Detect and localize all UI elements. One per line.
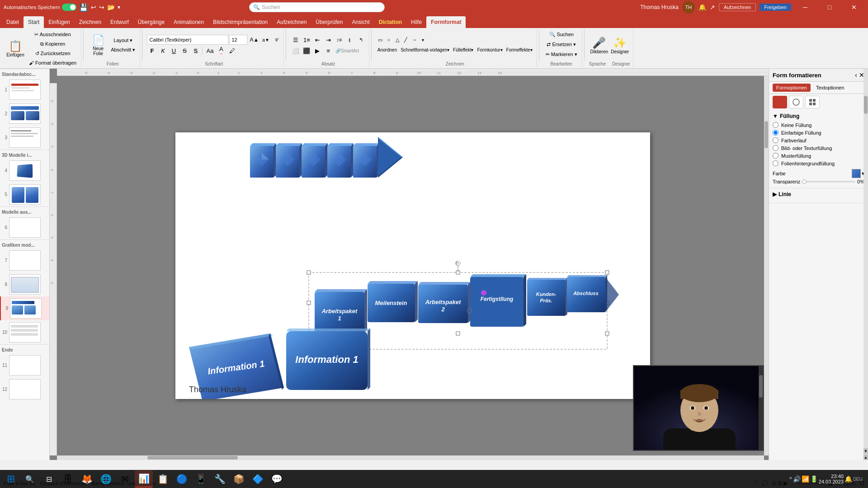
- fuelleffekt-button[interactable]: Fülleffekt▾: [452, 45, 475, 55]
- taskbar-settings[interactable]: 🔧: [211, 470, 229, 488]
- shadow-button[interactable]: S: [190, 46, 200, 56]
- line-spacing-button[interactable]: ↕≡: [334, 35, 344, 45]
- slide-item-7[interactable]: 7: [0, 249, 49, 272]
- diktieren-button[interactable]: 🎤 Diktieren: [589, 32, 609, 59]
- slide-item-8[interactable]: 8: [0, 272, 49, 296]
- layout-button[interactable]: Layout ▾: [109, 36, 137, 45]
- taskbar-taskview[interactable]: ⊟: [40, 470, 58, 488]
- radio-muster[interactable]: [773, 153, 778, 159]
- numbered-list-button[interactable]: 1≡: [302, 35, 311, 45]
- tab-ansicht[interactable]: Ansicht: [347, 16, 374, 28]
- abschnitt-button[interactable]: Abschnitt ▾: [109, 46, 137, 55]
- radio-einfarbig[interactable]: [773, 130, 778, 136]
- overflow-icon[interactable]: ▾: [118, 4, 120, 10]
- network-icon[interactable]: 📶: [802, 475, 809, 483]
- anordnen-button[interactable]: Anordnen: [376, 45, 398, 55]
- shape-triangle[interactable]: △: [393, 36, 401, 44]
- taskbar-search[interactable]: 🔍: [21, 470, 39, 488]
- designer-button[interactable]: ✨ Designer: [610, 32, 630, 59]
- clock[interactable]: 23:40 24.03.2023: [819, 474, 844, 484]
- battery-icon[interactable]: 🔋: [810, 475, 818, 483]
- scroll-up-arrow[interactable]: ▲: [863, 455, 868, 460]
- save-icon[interactable]: 💾: [79, 3, 88, 12]
- formkontur-button[interactable]: Formkontur▾: [476, 45, 504, 55]
- transparency-slider[interactable]: [802, 181, 855, 183]
- tray-up-icon[interactable]: ^: [789, 476, 792, 482]
- scroll-down-arrow[interactable]: ▼: [863, 448, 868, 454]
- volume-icon[interactable]: 🔊: [793, 475, 801, 483]
- maximize-button[interactable]: □: [819, 0, 840, 14]
- slide-item-1[interactable]: 1: [0, 78, 49, 102]
- shape-arrow[interactable]: →: [410, 36, 419, 44]
- format-icon-circle[interactable]: [789, 96, 803, 108]
- ausschneiden-button[interactable]: ✂ Ausschneiden: [27, 30, 78, 39]
- justify-button[interactable]: ≡: [323, 46, 333, 56]
- aufzeichnen-button[interactable]: Aufzeichnen: [719, 3, 756, 11]
- taskbar-explorer[interactable]: 🗄: [59, 470, 77, 488]
- format-panel-back[interactable]: ‹: [855, 71, 857, 79]
- tab-formoptionen[interactable]: Formoptionen: [773, 84, 811, 92]
- shape-more[interactable]: ▾: [419, 36, 427, 44]
- tab-dictation[interactable]: Dictation: [374, 16, 406, 28]
- tab-start[interactable]: Start: [24, 16, 44, 28]
- tab-hilfe[interactable]: Hilfe: [406, 16, 426, 28]
- taskbar-powerpoint[interactable]: 📊: [135, 470, 153, 488]
- tab-formformat[interactable]: Formformat: [426, 16, 466, 28]
- tab-praesentation[interactable]: Bildschirmpräsentation: [208, 16, 272, 28]
- indent-left-button[interactable]: ⇤: [312, 35, 322, 45]
- freigeben-button[interactable]: Freigeben: [760, 4, 791, 11]
- align-center-button[interactable]: ⬛: [302, 46, 311, 56]
- markieren-btn[interactable]: ✏ Markieren ▾: [544, 50, 579, 59]
- shape-line[interactable]: ╱: [402, 36, 410, 44]
- indent-right-button[interactable]: ⇥: [323, 35, 333, 45]
- list-button[interactable]: ☰: [291, 35, 301, 45]
- shape-circle[interactable]: ○: [385, 36, 393, 44]
- font-selector[interactable]: Calibri (Textkörper): [147, 35, 228, 45]
- font-size-selector[interactable]: 12: [229, 35, 247, 45]
- clear-format-button[interactable]: 𝒞: [272, 35, 281, 45]
- align-right-button[interactable]: ▶: [312, 46, 322, 56]
- font-color-button[interactable]: A─: [216, 46, 226, 56]
- slide-item-9[interactable]: 9: [0, 296, 49, 320]
- share-icon[interactable]: ↗: [710, 4, 715, 11]
- start-button[interactable]: ⊞: [2, 470, 20, 488]
- formeffekte-button[interactable]: Formeffekte▾: [505, 45, 534, 55]
- kopieren-button[interactable]: ⧉ Kopieren: [27, 39, 78, 48]
- taskbar-skype[interactable]: 💬: [268, 470, 286, 488]
- text-direction-button[interactable]: ↰: [356, 35, 366, 45]
- slide-item-2[interactable]: 2: [0, 102, 49, 126]
- shape-rect[interactable]: ▭: [376, 36, 384, 44]
- option-farbverlauf[interactable]: Farbverlauf: [773, 137, 864, 143]
- format-icon-grid[interactable]: [805, 96, 820, 108]
- tab-ueberpruefen[interactable]: Überprüfen: [311, 16, 347, 28]
- align-left-button[interactable]: ⬜: [291, 46, 301, 56]
- redo-icon[interactable]: ↪: [99, 4, 104, 11]
- taskbar-phone[interactable]: 📱: [192, 470, 210, 488]
- notification-center[interactable]: 🔔: [844, 475, 852, 483]
- taskbar-word[interactable]: 📋: [154, 470, 172, 488]
- suchen-btn[interactable]: 🔍 Suchen: [547, 30, 576, 39]
- ersetzen-btn[interactable]: ⇄ Ersetzen ▾: [545, 40, 578, 49]
- minimize-button[interactable]: ─: [795, 0, 816, 14]
- tab-datei[interactable]: Datei: [2, 16, 24, 28]
- font-size-input[interactable]: Aa: [204, 46, 215, 56]
- format-uebertragen-button[interactable]: 🖌 Format übertragen: [27, 58, 78, 67]
- option-muster[interactable]: Musterfüllung: [773, 153, 864, 159]
- strikethrough-button[interactable]: S: [179, 46, 189, 56]
- radio-bild[interactable]: [773, 145, 778, 151]
- tab-textoptionen[interactable]: Textoptionen: [812, 84, 848, 92]
- bold-button[interactable]: F: [147, 46, 157, 56]
- taskbar-mail[interactable]: ✉: [116, 470, 134, 488]
- taskbar-teams[interactable]: 🔵: [173, 470, 191, 488]
- smartart-button[interactable]: 🔗SmartArt: [334, 46, 360, 56]
- notification-icon[interactable]: 🔔: [698, 4, 706, 11]
- format-icon-fill[interactable]: [773, 96, 787, 108]
- tab-uebergaenge[interactable]: Übergänge: [133, 16, 169, 28]
- highlight-button[interactable]: 🖊: [227, 46, 237, 56]
- zuruecksetzen-button[interactable]: ↺ Zurücksetzen: [27, 49, 78, 58]
- slide-item-11[interactable]: 11: [0, 353, 49, 377]
- slide-item-6[interactable]: 6: [0, 216, 49, 239]
- slide-content[interactable]: ↻ Arbeitspaket 1: [175, 132, 650, 399]
- fuellung-header[interactable]: ▼ Füllung: [773, 113, 864, 119]
- canvas-hscrollbar[interactable]: [57, 455, 764, 460]
